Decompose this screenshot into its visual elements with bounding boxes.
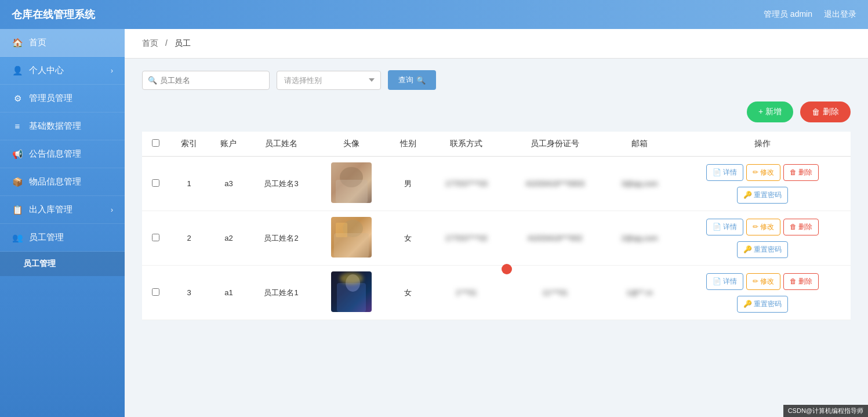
employee-icon: 👥 (12, 233, 23, 243)
detail-icon3: 📄 (713, 277, 721, 285)
admin-icon: ⚙ (12, 93, 23, 104)
row2-name: 员工姓名2 (249, 211, 314, 266)
detail-icon: 📄 (713, 168, 721, 176)
th-name: 员工姓名 (249, 132, 314, 157)
user-info: 管理员 admin 退出登录 (764, 9, 856, 20)
row3-check[interactable] (152, 288, 159, 296)
trash-icon: 🗑 (812, 107, 820, 117)
sidebar-label-inout: 出入库管理 (29, 204, 72, 215)
bulk-delete-button[interactable]: 🗑 删除 (800, 101, 851, 122)
row2-avatar (314, 211, 388, 266)
sidebar-item-basic[interactable]: ≡ 基础数据管理 (0, 113, 125, 140)
row1-checkbox (142, 157, 169, 211)
breadcrumb-current: 员工 (175, 38, 191, 48)
del-icon2: 🗑 (790, 223, 797, 231)
sidebar-item-home[interactable]: 🏠 首页 (0, 29, 125, 57)
table-header-row: 索引 账户 员工姓名 头像 性别 联系方式 员工身份证号 邮箱 操作 (142, 132, 851, 157)
table-row: 2 a2 员工姓名2 女 177037***02 41033419 (142, 211, 851, 266)
sidebar-item-admin[interactable]: ⚙ 管理员管理 (0, 85, 125, 113)
sidebar-item-employee-mgmt[interactable]: 👥 员工管理 (0, 224, 125, 252)
row3-reset-pwd-button[interactable]: 🔑 重置密码 (737, 296, 788, 313)
home-icon: 🏠 (12, 38, 23, 48)
add-label: + 新增 (758, 107, 782, 117)
row2-actions: 📄 详情 ✏ 修改 🗑 删除 (674, 211, 851, 266)
row2-check[interactable] (152, 234, 159, 241)
breadcrumb-home[interactable]: 首页 (142, 38, 158, 48)
row1-email: 3@qq.com (605, 157, 674, 211)
th-action: 操作 (674, 132, 851, 157)
row2-delete-button[interactable]: 🗑 删除 (783, 219, 819, 235)
row1-gender: 男 (388, 157, 428, 211)
person-icon: 👤 (12, 66, 23, 76)
row3-edit-button[interactable]: ✏ 修改 (746, 273, 780, 290)
row1-check[interactable] (152, 179, 159, 187)
row2-account: a2 (209, 211, 248, 266)
edit-icon3: ✏ (753, 277, 758, 285)
row1-delete-button[interactable]: 🗑 删除 (783, 164, 819, 181)
row1-edit-button[interactable]: ✏ 修改 (746, 164, 780, 181)
row3-email: 1@**.m (605, 266, 674, 320)
sidebar-sub-label-employee: 员工管理 (23, 259, 56, 269)
row2-email: 2@qq.com (605, 211, 674, 266)
sidebar-label-home: 首页 (29, 37, 46, 48)
notice-icon: 📢 (12, 149, 23, 159)
th-gender: 性别 (388, 132, 428, 157)
edit-icon: ✏ (753, 168, 758, 176)
sidebar-item-inout[interactable]: 📋 出入库管理 › (0, 196, 125, 224)
content-area: 首页 / 员工 🔍 请选择性别 男 女 查询 🔍 (125, 29, 868, 417)
table-row: 3 a1 员工姓名1 女 1***01 11***01 (142, 266, 851, 320)
row1-detail-button[interactable]: 📄 详情 (706, 164, 743, 181)
breadcrumb-separator: / (165, 38, 168, 48)
row1-name: 员工姓名3 (249, 157, 314, 211)
row2-reset-pwd-button[interactable]: 🔑 重置密码 (737, 241, 788, 258)
del-icon: 🗑 (790, 168, 797, 176)
reset-icon: 🔑 (743, 191, 752, 199)
sidebar-item-personal[interactable]: 👤 个人中心 › (0, 57, 125, 85)
content-inner: 🔍 请选择性别 男 女 查询 🔍 + 新增 � (125, 59, 868, 332)
row1-reset-pwd-button[interactable]: 🔑 重置密码 (737, 187, 788, 204)
add-button[interactable]: + 新增 (747, 101, 793, 122)
row3-name: 员工姓名1 (249, 266, 314, 320)
user-label: 管理员 admin (764, 9, 812, 20)
row2-edit-button[interactable]: ✏ 修改 (746, 219, 780, 235)
row3-delete-button[interactable]: 🗑 删除 (783, 273, 819, 290)
query-button[interactable]: 查询 🔍 (388, 70, 436, 90)
action-bar: + 新增 🗑 删除 (142, 101, 851, 122)
row2-detail-button[interactable]: 📄 详情 (706, 219, 743, 235)
sidebar-item-notice[interactable]: 📢 公告信息管理 (0, 140, 125, 168)
row2-checkbox (142, 211, 169, 266)
chevron-icon-personal: › (111, 67, 113, 75)
row3-contact: 1***01 (428, 266, 504, 320)
sidebar-label-notice: 公告信息管理 (29, 148, 81, 159)
row3-action-row2: 🔑 重置密码 (737, 293, 788, 313)
row3-index: 3 (169, 266, 209, 320)
sidebar: 🏠 首页 👤 个人中心 › ⚙ 管理员管理 ≡ 基础数据管理 � (0, 29, 125, 417)
th-idcard: 员工身份证号 (504, 132, 605, 157)
row3-actions: 📄 详情 ✏ 修改 🗑 删除 (674, 266, 851, 320)
sidebar-label-personal: 个人中心 (29, 65, 64, 76)
gender-select[interactable]: 请选择性别 男 女 (277, 71, 381, 90)
breadcrumb: 首页 / 员工 (125, 29, 868, 59)
search-name-input[interactable] (142, 71, 270, 90)
select-all-checkbox[interactable] (152, 139, 159, 147)
search-input-wrapper: 🔍 (142, 71, 270, 90)
row1-actions: 📄 详情 ✏ 修改 🗑 删除 (674, 157, 851, 211)
app-logo: 仓库在线管理系统 (12, 8, 95, 21)
row1-avatar (314, 157, 388, 211)
sidebar-item-goods[interactable]: 📦 物品信息管理 (0, 168, 125, 196)
row3-action-row1: 📄 详情 ✏ 修改 🗑 删除 (706, 273, 819, 290)
del-icon3: 🗑 (790, 277, 797, 285)
row3-detail-button[interactable]: 📄 详情 (706, 273, 743, 290)
logout-link[interactable]: 退出登录 (824, 9, 856, 20)
sidebar-sub-item-employee-list[interactable]: 员工管理 (0, 252, 125, 276)
row1-contact: 177037***03 (428, 157, 504, 211)
row1-action-row1: 📄 详情 ✏ 修改 🗑 删除 (706, 164, 819, 181)
query-label: 查询 (398, 75, 413, 85)
th-account: 账户 (209, 132, 248, 157)
search-icon: 🔍 (148, 76, 157, 85)
detail-icon2: 📄 (713, 223, 721, 231)
row3-account: a1 (209, 266, 248, 320)
goods-icon: 📦 (12, 177, 23, 187)
main-layout: 🏠 首页 👤 个人中心 › ⚙ 管理员管理 ≡ 基础数据管理 � (0, 29, 868, 417)
sidebar-label-basic: 基础数据管理 (29, 121, 81, 132)
